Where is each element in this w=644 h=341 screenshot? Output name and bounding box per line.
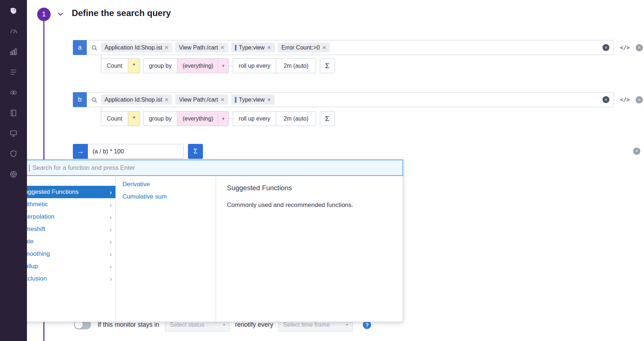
group-by-label: group by (144, 111, 177, 126)
search-icon (91, 44, 98, 51)
filter-label: Error Count:>0 (282, 44, 320, 51)
chevron-right-icon: › (110, 213, 112, 220)
rollup-value-dropdown[interactable]: 2m (auto) (276, 59, 315, 73)
facet-indicator (235, 97, 236, 103)
filter-label: Application Id:Shop.ist (105, 97, 162, 103)
synthetics-globe-icon[interactable] (8, 169, 19, 179)
filter-pill[interactable]: Type:view × (231, 95, 275, 105)
query-row-b: b Application Id:Shop.ist × View Path:/c… (73, 92, 643, 107)
aggregation-row-a: Count * group by (everything) ▾ roll up … (101, 58, 335, 73)
integrations-icon[interactable] (8, 87, 19, 98)
formula-arrow-icon[interactable]: → (73, 144, 88, 159)
function-detail-pane: Suggested Functions Commonly used and re… (216, 176, 403, 322)
chevron-right-icon: › (110, 263, 112, 270)
function-cumulative-sum[interactable]: Cumulative sum (116, 191, 216, 203)
chevron-right-icon: › (110, 189, 112, 196)
infrastructure-icon[interactable] (8, 47, 19, 57)
filter-pill[interactable]: Application Id:Shop.ist × (101, 95, 172, 105)
clear-query-icon[interactable]: × (602, 44, 609, 51)
logs-icon[interactable] (8, 67, 19, 77)
category-label: Suggested Functions (20, 188, 79, 196)
category-suggested-functions[interactable]: Suggested Functions › (16, 186, 115, 198)
facet-indicator (235, 45, 236, 51)
function-search-bar[interactable] (15, 160, 403, 176)
collapse-section-chevron-icon[interactable] (56, 10, 64, 20)
advanced-options-button[interactable]: Σ (320, 58, 335, 73)
chevron-down-icon: ▾ (346, 322, 348, 327)
detail-description: Commonly used and recommended functions. (227, 201, 392, 209)
delete-query-icon[interactable]: × (636, 96, 643, 103)
metrics-gauge-icon[interactable] (8, 26, 19, 36)
code-view-icon[interactable]: </> (620, 44, 630, 51)
rollup-value-dropdown[interactable]: 2m (auto) (276, 111, 315, 126)
rollup-label: roll up every (233, 59, 276, 73)
notebooks-icon[interactable] (8, 108, 19, 118)
chevron-right-icon: › (110, 201, 112, 208)
formula-function-button[interactable]: Σ (188, 144, 203, 159)
remove-filter-icon[interactable]: × (267, 97, 271, 103)
function-category-list: Suggested Functions › Arithmetic › Inter… (16, 176, 116, 322)
filter-label: View Path:/cart (179, 97, 218, 103)
group-by-value-dropdown[interactable]: (everything) (177, 111, 217, 126)
filter-pill[interactable]: View Path:/cart × (175, 43, 228, 52)
remove-filter-icon[interactable]: × (322, 44, 326, 51)
step-number-badge: 1 (37, 8, 51, 21)
remove-filter-icon[interactable]: × (221, 97, 224, 103)
filter-pill[interactable]: View Path:/cart × (175, 95, 228, 105)
filter-label: View Path:/cart (179, 44, 218, 51)
select-timeframe-placeholder: Select time frame (283, 321, 330, 328)
aggregation-metric-field[interactable]: * (128, 111, 140, 126)
category-rate[interactable]: Rate › (16, 235, 115, 248)
chevron-down-icon[interactable]: ▾ (218, 111, 229, 126)
code-view-icon[interactable]: </> (620, 97, 630, 103)
filter-pill[interactable]: Type:view × (231, 43, 275, 52)
query-search-bar[interactable]: Application Id:Shop.ist × View Path:/car… (87, 92, 614, 107)
datadog-logo-icon[interactable] (8, 6, 19, 16)
delete-query-icon[interactable]: × (636, 44, 643, 51)
security-shield-icon[interactable] (8, 149, 19, 159)
group-by-value-dropdown[interactable]: (everything) (177, 59, 217, 73)
monitor-editor-screen: 1 Define the search query a Application … (0, 0, 644, 341)
function-list: Derivative Cumulative sum (116, 176, 216, 322)
filter-pill[interactable]: Error Count:>0 × (278, 43, 330, 52)
remove-filter-icon[interactable]: × (267, 44, 271, 51)
connector-dash (229, 66, 233, 66)
remove-filter-icon[interactable]: × (165, 44, 168, 51)
filter-pill[interactable]: Application Id:Shop.ist × (101, 43, 172, 52)
category-rollup[interactable]: Rollup › (16, 260, 115, 273)
query-row-a: a Application Id:Shop.ist × View Path:/c… (73, 40, 643, 55)
app-sidebar (0, 0, 27, 341)
remove-filter-icon[interactable]: × (221, 44, 224, 51)
filter-label: Type:view (239, 97, 265, 103)
rollup-label: roll up every (233, 111, 276, 126)
function-picker-panel: Suggested Functions › Arithmetic › Inter… (15, 160, 403, 322)
advanced-options-button[interactable]: Σ (320, 111, 335, 126)
category-interpolation[interactable]: Interpolation › (16, 211, 115, 223)
search-icon (91, 97, 98, 103)
aggregation-function-dropdown[interactable]: Count (101, 59, 128, 73)
delete-formula-icon[interactable]: × (633, 148, 640, 155)
filter-label: Type:view (239, 44, 265, 51)
aggregation-metric-field[interactable]: * (128, 59, 140, 73)
category-smoothing[interactable]: Smoothing › (16, 248, 115, 260)
connector-dash (229, 118, 233, 119)
section-title: Define the search query (72, 8, 171, 18)
chevron-right-icon: › (110, 238, 112, 245)
query-search-bar[interactable]: Application Id:Shop.ist × View Path:/car… (87, 40, 614, 55)
category-arithmetic[interactable]: Arithmetic › (16, 198, 115, 211)
chevron-right-icon: › (110, 275, 112, 282)
query-letter-badge: a (73, 40, 87, 55)
category-timeshift[interactable]: Timeshift › (16, 223, 115, 235)
formula-expression-input[interactable]: (a / b) * 100 (88, 144, 184, 159)
category-exclusion[interactable]: Exclusion › (16, 273, 115, 285)
chevron-down-icon[interactable]: ▾ (218, 59, 229, 73)
remove-filter-icon[interactable]: × (165, 97, 168, 103)
clear-query-icon[interactable]: × (602, 96, 609, 103)
function-search-input[interactable] (32, 164, 399, 172)
monitors-icon[interactable] (8, 128, 19, 138)
function-derivative[interactable]: Derivative (116, 178, 216, 191)
aggregation-function-dropdown[interactable]: Count (101, 111, 128, 126)
detail-title: Suggested Functions (227, 184, 392, 192)
aggregation-row-b: Count * group by (everything) ▾ roll up … (101, 111, 335, 126)
group-by-label: group by (144, 59, 177, 73)
